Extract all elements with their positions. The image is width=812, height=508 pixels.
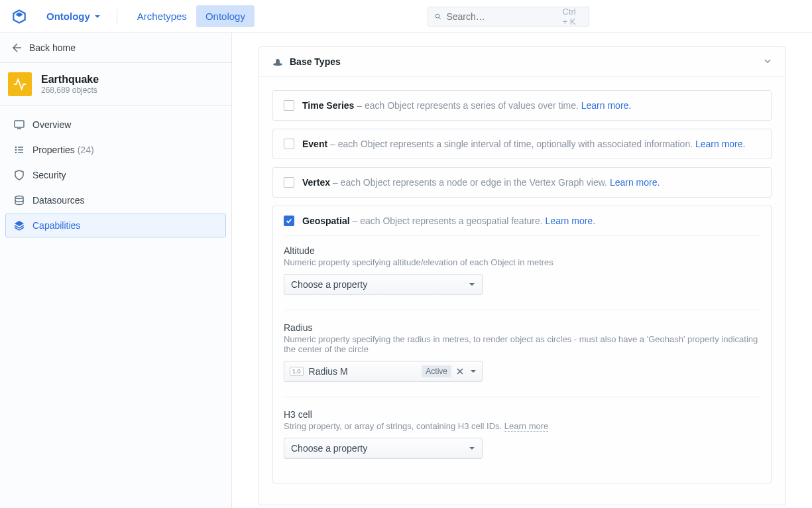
radius-select[interactable]: 1.0 Radius M Active bbox=[284, 361, 483, 382]
nav-properties[interactable]: Properties (24) bbox=[5, 138, 226, 162]
nav-overview[interactable]: Overview bbox=[5, 113, 226, 137]
tab-ontology[interactable]: Ontology bbox=[196, 5, 255, 27]
back-home[interactable]: Back home bbox=[0, 33, 231, 63]
bt-label: Geospatial bbox=[302, 216, 350, 226]
search-input[interactable] bbox=[446, 11, 562, 22]
sub-desc: Numeric property specifying the radius i… bbox=[284, 334, 760, 354]
sub-title: H3 cell bbox=[284, 409, 760, 420]
topbar: Ontology Archetypes Ontology Ctrl + K bbox=[0, 0, 812, 33]
bt-desc: – each Object represents a single interv… bbox=[330, 139, 693, 149]
caret-down-icon bbox=[469, 281, 475, 288]
svg-rect-2 bbox=[15, 121, 24, 127]
svg-point-5 bbox=[15, 149, 17, 151]
main: Base Types Time Series – each Object rep… bbox=[232, 33, 812, 508]
prop-name: Radius M bbox=[309, 366, 417, 377]
layers-icon bbox=[14, 220, 25, 231]
bt-label: Time Series bbox=[302, 100, 354, 111]
card-title: Base Types bbox=[290, 56, 341, 67]
base-type-geospatial: Geospatial – each Object represents a ge… bbox=[272, 206, 772, 483]
search-box[interactable]: Ctrl + K bbox=[428, 7, 589, 27]
prop-type-badge: 1.0 bbox=[290, 367, 304, 376]
base-type-vertex: Vertex – each Object represents a node o… bbox=[272, 167, 772, 198]
caret-down-icon bbox=[469, 445, 475, 452]
geo-radius: Radius Numeric property specifying the r… bbox=[284, 322, 760, 382]
clear-icon[interactable] bbox=[457, 366, 463, 377]
svg-point-6 bbox=[15, 152, 17, 154]
object-header: Earthquake 268,689 objects bbox=[0, 63, 231, 106]
learn-more-link[interactable]: Learn more bbox=[504, 421, 548, 432]
checkbox-geospatial[interactable] bbox=[284, 216, 294, 226]
app-dropdown[interactable]: Ontology bbox=[41, 8, 106, 25]
svg-point-10 bbox=[15, 196, 23, 199]
checkbox-time-series[interactable] bbox=[284, 100, 294, 111]
geo-altitude: Altitude Numeric property specifying alt… bbox=[284, 245, 760, 295]
divider bbox=[284, 397, 760, 397]
hat-icon bbox=[272, 58, 283, 66]
learn-more-link[interactable]: Learn more. bbox=[610, 177, 660, 188]
checkbox-event[interactable] bbox=[284, 139, 294, 149]
object-subtitle: 268,689 objects bbox=[41, 86, 99, 95]
nav-datasources[interactable]: Datasources bbox=[5, 188, 226, 212]
sub-title: Radius bbox=[284, 322, 760, 333]
divider bbox=[284, 310, 760, 310]
tab-archetypes[interactable]: Archetypes bbox=[128, 5, 196, 27]
card-header[interactable]: Base Types bbox=[259, 47, 785, 77]
base-type-time-series: Time Series – each Object represents a s… bbox=[272, 90, 772, 121]
object-title: Earthquake bbox=[41, 74, 99, 86]
prop-status-badge: Active bbox=[422, 365, 451, 377]
learn-more-link[interactable]: Learn more. bbox=[546, 216, 595, 226]
bt-label: Event bbox=[302, 139, 327, 149]
svg-point-0 bbox=[435, 14, 439, 18]
geo-h3: H3 cell String property, or array of str… bbox=[284, 409, 760, 459]
nav-security[interactable]: Security bbox=[5, 163, 226, 187]
sub-desc: Numeric property specifying altitude/ele… bbox=[284, 257, 760, 267]
search-shortcut: Ctrl + K bbox=[562, 7, 582, 27]
checkbox-vertex[interactable] bbox=[284, 177, 294, 188]
app-logo bbox=[11, 8, 28, 25]
base-types-card: Base Types Time Series – each Object rep… bbox=[259, 46, 785, 505]
monitor-icon bbox=[14, 119, 25, 130]
database-icon bbox=[14, 195, 25, 206]
h3-select[interactable]: Choose a property bbox=[284, 438, 483, 459]
sidebar-nav: Overview Properties (24) Security Dataso… bbox=[0, 106, 231, 244]
object-icon bbox=[8, 72, 32, 96]
topbar-divider bbox=[117, 9, 117, 25]
arrow-left-icon bbox=[12, 42, 23, 53]
sidebar: Back home Earthquake 268,689 objects Ove… bbox=[0, 33, 232, 508]
learn-more-link[interactable]: Learn more. bbox=[581, 100, 631, 111]
learn-more-link[interactable]: Learn more. bbox=[695, 139, 745, 149]
sub-title: Altitude bbox=[284, 245, 760, 256]
check-icon bbox=[286, 218, 292, 224]
nav-capabilities[interactable]: Capabilities bbox=[5, 214, 226, 237]
bt-desc: – each Object represents a geospatial fe… bbox=[352, 216, 542, 226]
svg-point-4 bbox=[15, 147, 17, 149]
shield-icon bbox=[14, 170, 25, 180]
search-icon bbox=[435, 12, 441, 21]
bt-label: Vertex bbox=[302, 177, 330, 188]
caret-down-icon[interactable] bbox=[470, 366, 477, 377]
altitude-select[interactable]: Choose a property bbox=[284, 274, 483, 295]
list-icon bbox=[14, 145, 25, 155]
activity-icon bbox=[13, 77, 27, 92]
caret-down-icon bbox=[94, 13, 101, 20]
base-type-event: Event – each Object represents a single … bbox=[272, 129, 772, 159]
sub-desc: String property, or array of strings, co… bbox=[284, 421, 760, 431]
chevron-down-icon bbox=[764, 56, 772, 67]
svg-line-1 bbox=[439, 17, 441, 19]
bt-desc: – each Object represents a node or edge … bbox=[333, 177, 607, 188]
bt-desc: – each Object represents a series of val… bbox=[357, 100, 579, 111]
